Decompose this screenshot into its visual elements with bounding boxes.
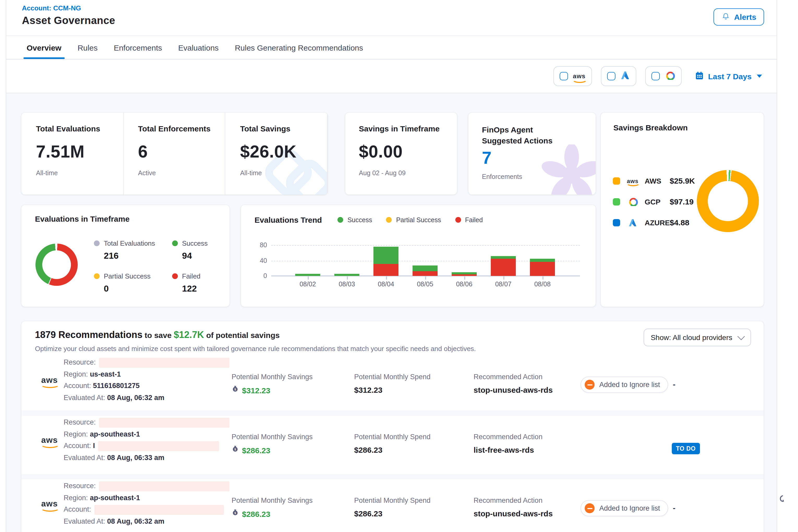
recommendation-row[interactable]: aws Resource: Region: ap-southeast-1 Acc… — [21, 479, 764, 532]
ignore-list-status-pill[interactable]: Added to Ignore list — [581, 500, 668, 516]
legend-value: $97.19 — [670, 197, 694, 206]
region-value: us-east-1 — [90, 370, 121, 378]
x-tick-label: 08/05 — [407, 281, 443, 288]
card-title: Evaluations in Timeframe — [35, 214, 130, 223]
row-divider — [21, 411, 764, 416]
region-value: ap-southeast-1 — [90, 494, 140, 501]
assignee-placeholder: - — [673, 503, 676, 512]
recommendations-subtitle: Optimize your cloud assets and minimize … — [35, 345, 750, 353]
date-range-selector[interactable]: Last 7 Days — [695, 71, 762, 82]
chevron-down-icon — [757, 75, 762, 78]
flower-watermark — [539, 145, 596, 194]
account-value: I — [93, 442, 95, 450]
legend-item-partial: Partial Success 0 — [94, 272, 162, 294]
gcp-logo-icon — [626, 197, 639, 206]
recommended-action: Recommended Action list-free-aws-rds — [474, 433, 543, 454]
bar-segment-success — [452, 272, 477, 274]
bar-segment-failed — [452, 274, 477, 276]
tab-overview[interactable]: Overview — [26, 36, 61, 59]
bar-segment-success — [413, 265, 438, 271]
savings-value: $312.23 — [242, 386, 270, 395]
savings-timeframe-card: Savings in Timeframe $0.00 Aug 02 - Aug … — [345, 113, 457, 194]
spend-value: $312.23 — [354, 385, 431, 394]
tab-enforcements[interactable]: Enforcements — [114, 36, 162, 59]
filter-bar: aws Last 7 Days — [6, 59, 777, 93]
provider-filter-gcp[interactable] — [645, 66, 681, 86]
recommendations-title: 1879 Recommendations to save $12.7K of p… — [35, 330, 750, 341]
stats-card: Total Evaluations 7.51M All-time Total E… — [21, 113, 327, 194]
legend-value: 94 — [182, 251, 240, 261]
potential-monthly-spend: Potential Monthly Spend $312.23 — [354, 373, 431, 394]
assignee-placeholder: - — [673, 380, 676, 388]
stat-total-enforcements: Total Enforcements 6 Active — [124, 113, 225, 194]
bar-segment-failed — [413, 271, 438, 276]
x-tick-label: 08/03 — [328, 281, 365, 288]
bar-segment-success — [491, 256, 516, 259]
dropdown-value: Show: All cloud providers — [651, 333, 732, 342]
gcp-checkbox[interactable] — [651, 72, 660, 80]
recommendations-header: 1879 Recommendations to save $12.7K of p… — [21, 321, 764, 356]
app-window: Account: CCM-NG Asset Governance Alerts … — [0, 0, 798, 532]
evaluations-trend-card: Evaluations Trend Success Partial Succes… — [241, 205, 596, 307]
x-tick-label: 08/06 — [446, 281, 482, 288]
potential-monthly-savings: Potential Monthly Savings $$286.23 — [232, 496, 313, 518]
partial-dot-icon — [94, 273, 100, 279]
provider-filter-azure[interactable] — [601, 66, 636, 86]
date-range-label: Last 7 Days — [708, 72, 752, 81]
status-label: Added to Ignore list — [599, 505, 660, 512]
x-tick-label: 08/08 — [524, 281, 561, 288]
recommended-action: Recommended Action stop-unused-aws-rds — [474, 496, 553, 518]
y-tick-label: 0 — [250, 272, 267, 280]
legend-item-total: Total Evaluations 216 — [94, 240, 162, 261]
card-title: Savings Breakdown — [613, 123, 764, 132]
status-label: Added to Ignore list — [599, 381, 660, 388]
aws-logo-icon: aws — [626, 177, 639, 184]
redacted-account — [94, 505, 224, 515]
money-bag-icon: $ — [232, 509, 239, 518]
failed-dot-icon — [172, 273, 178, 279]
alerts-button-label: Alerts — [734, 13, 756, 21]
action-value: list-free-aws-rds — [474, 445, 543, 454]
provider-filter-aws[interactable]: aws — [554, 66, 592, 86]
evaluated-value: 08 Aug, 06:32 am — [107, 517, 165, 525]
recommendation-row[interactable]: aws Resource: Region: us-east-1 Account:… — [21, 356, 764, 411]
azure-checkbox[interactable] — [607, 72, 615, 80]
recommendations-count: 1879 Recommendations — [35, 330, 142, 340]
resource-details: Resource: Region: ap-southeast-1 Account… — [64, 417, 229, 464]
x-tick — [308, 277, 308, 280]
tab-evaluations[interactable]: Evaluations — [178, 36, 218, 59]
tab-rules[interactable]: Rules — [77, 36, 97, 59]
cloud-provider-filter-dropdown[interactable]: Show: All cloud providers — [643, 328, 751, 346]
legend-item-azure: AZURE $4.88 — [613, 218, 695, 227]
bar-segment-failed — [374, 264, 398, 276]
x-tick-label: 08/02 — [289, 281, 326, 288]
svg-text:$: $ — [234, 388, 236, 391]
ignore-list-status-pill[interactable]: Added to Ignore list — [581, 377, 668, 393]
tab-rules-generating-recommendations[interactable]: Rules Generating Recommendations — [235, 36, 363, 59]
alerts-button[interactable]: Alerts — [714, 8, 764, 25]
svg-text:$: $ — [234, 512, 236, 515]
legend-value: $25.9K — [670, 176, 695, 185]
stat-caption: Aug 02 - Aug 09 — [359, 170, 457, 177]
chevron-down-icon — [738, 333, 745, 340]
recommendation-row[interactable]: aws Resource: Region: ap-southeast-1 Acc… — [21, 416, 764, 474]
aws-logo-icon: aws — [573, 73, 586, 80]
aws-checkbox[interactable] — [560, 72, 568, 80]
left-rail — [0, 0, 6, 532]
page-header: Account: CCM-NG Asset Governance Alerts — [6, 0, 777, 36]
success-dot-icon — [172, 241, 178, 246]
recommended-action: Recommended Action stop-unused-aws-rds — [474, 373, 553, 394]
todo-badge[interactable]: TO DO — [672, 443, 700, 454]
legend-value: 122 — [182, 284, 240, 294]
x-tick — [347, 277, 348, 280]
account-breadcrumb-link[interactable]: Account: CCM-NG — [22, 4, 81, 12]
partial-edit-icon[interactable] — [779, 494, 787, 506]
page-title: Asset Governance — [22, 15, 115, 26]
aws-logo-icon: aws — [41, 376, 58, 385]
partial-dot-icon — [386, 217, 392, 223]
card-title: Savings in Timeframe — [359, 124, 457, 133]
bell-icon — [722, 12, 730, 22]
stat-caption: All-time — [240, 170, 327, 177]
trend-legend-success: Success — [338, 216, 372, 224]
stat-total-savings: Total Savings $26.0K All-time — [226, 113, 327, 194]
